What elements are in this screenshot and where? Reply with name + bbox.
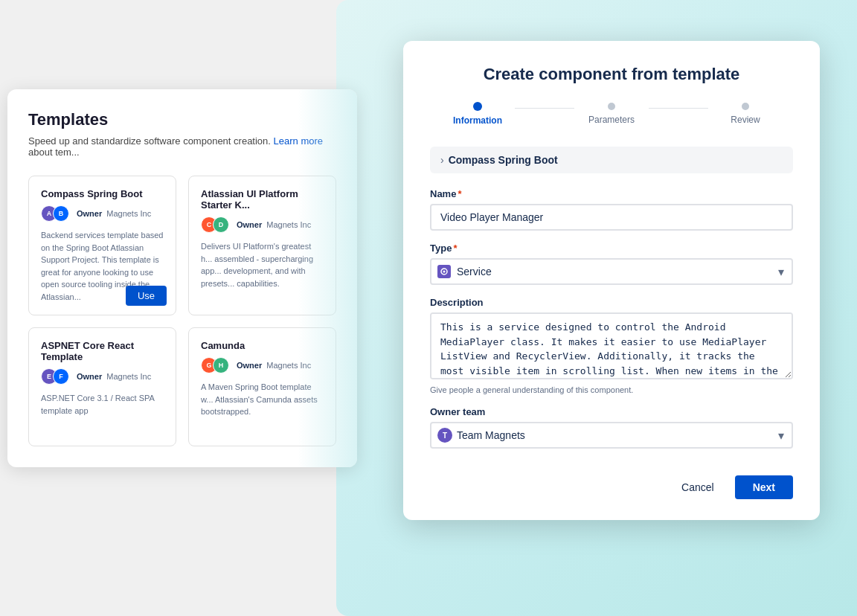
- owner-label-4: Owner: [237, 361, 262, 370]
- owner-row-2: C D Owner Magnets Inc: [201, 216, 324, 233]
- modal-title: Create component from template: [430, 65, 793, 84]
- template-card-atlassian-ui: Atlassian UI Platform Starter K... C D O…: [188, 176, 336, 315]
- templates-title: Templates: [28, 110, 336, 129]
- modal-footer: Cancel Next: [430, 463, 793, 499]
- svg-point-2: [443, 271, 446, 273]
- owner-label-1: Owner: [77, 209, 102, 218]
- template-card-compass-spring-boot: Compass Spring Boot A B Owner Magnets In…: [28, 176, 176, 315]
- breadcrumb-template-name: Compass Spring Boot: [449, 154, 558, 166]
- next-button[interactable]: Next: [735, 475, 793, 499]
- form-group-name: Name *: [430, 188, 793, 231]
- step-dot-review: [742, 103, 749, 110]
- step-information: Information: [440, 102, 515, 126]
- avatar-group-2: C D: [201, 216, 225, 233]
- step-connector-2: [649, 108, 708, 109]
- card-title-4: Camunda: [201, 340, 324, 351]
- step-label-information: Information: [453, 115, 502, 126]
- type-select-wrapper: Service Library Application Other: [430, 258, 793, 285]
- avatar-group-3: E F: [41, 368, 65, 385]
- step-label-parameters: Parameters: [588, 115, 635, 125]
- learn-more-link[interactable]: Learn more: [274, 135, 323, 147]
- form-group-description: Description This is a service designed t…: [430, 297, 793, 394]
- step-label-review: Review: [731, 115, 760, 125]
- cancel-button[interactable]: Cancel: [670, 475, 726, 499]
- template-grid: Compass Spring Boot A B Owner Magnets In…: [28, 176, 336, 446]
- type-label: Type *: [430, 243, 793, 254]
- service-type-icon: [437, 265, 451, 278]
- form-group-type: Type * Service Library Application Other: [430, 243, 793, 285]
- stepper: Information Parameters Review: [430, 102, 793, 126]
- avatar-group-1: A B: [41, 205, 65, 222]
- description-label: Description: [430, 297, 793, 308]
- templates-panel: Templates Speed up and standardize softw…: [7, 89, 357, 467]
- step-connector-1: [515, 108, 574, 109]
- owner-team-select[interactable]: Team Magnets Team Atlas Team Core: [430, 422, 793, 449]
- owner-name-1: Magnets Inc: [106, 209, 151, 218]
- templates-subtitle: Speed up and standardize software compon…: [28, 135, 336, 158]
- description-hint: Give people a general understanding of t…: [430, 385, 793, 394]
- owner-label-2: Owner: [237, 220, 262, 229]
- avatar-group-4: G H: [201, 357, 225, 373]
- step-review: Review: [708, 103, 783, 125]
- name-input[interactable]: [430, 204, 793, 231]
- avatar-3b: F: [53, 368, 69, 385]
- card-title-1: Compass Spring Boot: [41, 188, 164, 199]
- owner-name-3: Magnets Inc: [106, 372, 151, 381]
- name-label: Name *: [430, 188, 793, 199]
- template-breadcrumb: › Compass Spring Boot: [430, 147, 793, 173]
- use-button-1[interactable]: Use: [126, 286, 167, 306]
- owner-name-4: Magnets Inc: [266, 361, 311, 370]
- card-desc-2: Delivers UI Platform's greatest h... ass…: [201, 240, 324, 289]
- card-desc-3: ASP.NET Core 3.1 / React SPA template ap…: [41, 392, 164, 417]
- owner-row-4: G H Owner Magnets Inc: [201, 357, 324, 373]
- card-title-2: Atlassian UI Platform Starter K...: [201, 188, 324, 211]
- form-group-owner-team: Owner team T Team Magnets Team Atlas Tea…: [430, 406, 793, 449]
- breadcrumb-arrow-icon: ›: [440, 154, 444, 166]
- template-card-camunda: Camunda G H Owner Magnets Inc A Maven Sp…: [188, 327, 336, 446]
- owner-team-label: Owner team: [430, 406, 793, 417]
- owner-team-icon: T: [437, 428, 452, 443]
- avatar-1b: B: [53, 205, 69, 222]
- step-dot-information: [473, 102, 482, 111]
- name-required-star: *: [458, 188, 461, 199]
- owner-row-3: E F Owner Magnets Inc: [41, 368, 164, 385]
- owner-label-3: Owner: [77, 372, 102, 381]
- owner-row-1: A B Owner Magnets Inc: [41, 205, 164, 222]
- type-required-star: *: [453, 243, 457, 254]
- step-dot-parameters: [608, 103, 615, 110]
- template-card-aspnet: ASPNET Core React Template E F Owner Mag…: [28, 327, 176, 446]
- step-parameters: Parameters: [574, 103, 649, 125]
- owner-name-2: Magnets Inc: [266, 220, 311, 229]
- type-select[interactable]: Service Library Application Other: [430, 258, 793, 285]
- avatar-4b: H: [213, 357, 229, 373]
- create-component-modal: Create component from template Informati…: [403, 41, 820, 520]
- owner-team-select-wrapper: T Team Magnets Team Atlas Team Core: [430, 422, 793, 449]
- card-title-3: ASPNET Core React Template: [41, 340, 164, 362]
- card-desc-4: A Maven Spring Boot template w... Atlass…: [201, 381, 324, 418]
- description-textarea[interactable]: This is a service designed to control th…: [430, 312, 793, 379]
- avatar-2b: D: [213, 216, 229, 233]
